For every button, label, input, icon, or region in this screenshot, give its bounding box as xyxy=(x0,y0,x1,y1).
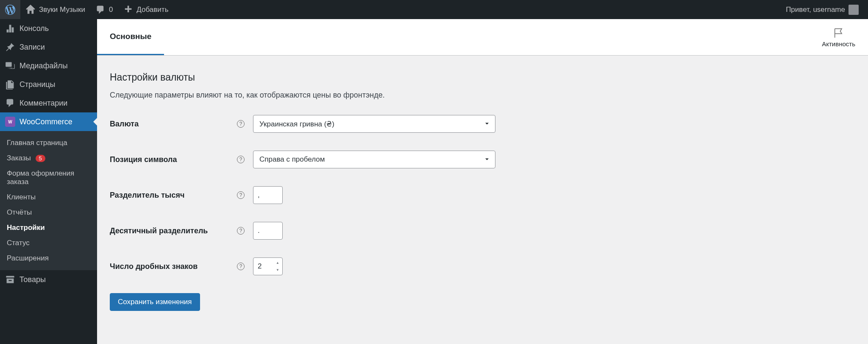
row-currency: Валюта ? xyxy=(110,115,855,133)
submenu-label: Заказы xyxy=(7,154,31,162)
submenu-settings[interactable]: Настройки xyxy=(0,220,97,235)
menu-label: Страницы xyxy=(19,80,56,89)
help-icon: ? xyxy=(237,191,245,199)
help-position[interactable]: ? xyxy=(237,156,253,163)
menu-label: WooCommerce xyxy=(19,117,72,126)
admin-bar: Звуки Музыки 0 Добавить Привет, username xyxy=(0,0,868,19)
thousand-input[interactable] xyxy=(253,186,283,204)
label-thousand: Разделитель тысяч xyxy=(110,191,237,200)
label-numdec: Число дробных знаков xyxy=(110,262,237,271)
admin-bar-right: Привет, username xyxy=(781,0,868,19)
flag-icon xyxy=(833,27,845,39)
row-position: Позиция символа ? xyxy=(110,151,855,168)
activity-label: Активность xyxy=(822,40,855,48)
section-desc: Следующие параметры влияют на то, как от… xyxy=(110,91,855,100)
menu-label: Записи xyxy=(19,43,45,52)
page-icon xyxy=(5,79,15,89)
help-thousand[interactable]: ? xyxy=(237,191,253,199)
plus-icon xyxy=(123,5,133,15)
menu-media[interactable]: Медиафайлы xyxy=(0,56,97,75)
help-icon: ? xyxy=(237,263,245,270)
submenu-status[interactable]: Статус xyxy=(0,235,97,251)
dashboard-icon xyxy=(5,23,15,34)
admin-bar-left: Звуки Музыки 0 Добавить xyxy=(0,0,174,19)
comment-icon xyxy=(95,5,106,15)
spin-down[interactable]: ▼ xyxy=(274,266,281,274)
help-icon: ? xyxy=(237,227,245,235)
howdy-text: Привет, username xyxy=(786,6,845,14)
row-numdec: Число дробных знаков ? ▲ ▼ xyxy=(110,257,855,275)
site-name-label: Звуки Музыки xyxy=(39,6,85,14)
wordpress-icon xyxy=(5,5,15,15)
position-select-wrap xyxy=(253,151,495,168)
activity-button[interactable]: Активность xyxy=(822,27,855,48)
menu-label: Товары xyxy=(19,275,46,284)
help-decimal[interactable]: ? xyxy=(237,227,253,235)
menu-products[interactable]: Товары xyxy=(0,270,97,289)
position-select[interactable] xyxy=(253,151,495,168)
menu-woocommerce[interactable]: W WooCommerce xyxy=(0,112,97,131)
label-decimal: Десятичный разделитель xyxy=(110,227,237,235)
label-position: Позиция символа xyxy=(110,155,237,164)
menu-dashboard[interactable]: Консоль xyxy=(0,19,97,38)
submenu-customers[interactable]: Клиенты xyxy=(0,190,97,205)
admin-menu: Консоль Записи Медиафайлы Страницы Комме… xyxy=(0,19,97,344)
pin-icon xyxy=(5,42,15,52)
submenu-checkout[interactable]: Форма оформления заказа xyxy=(0,166,97,190)
submenu-orders[interactable]: Заказы 5 xyxy=(0,151,97,166)
menu-label: Комментарии xyxy=(19,99,67,108)
numdec-wrap: ▲ ▼ xyxy=(253,257,283,275)
submenu-extensions[interactable]: Расширения xyxy=(0,251,97,266)
spinner: ▲ ▼ xyxy=(274,259,281,274)
comments-count: 0 xyxy=(109,6,113,14)
submenu-home[interactable]: Главная страница xyxy=(0,135,97,151)
row-thousand: Разделитель тысяч ? xyxy=(110,186,855,204)
comment-icon xyxy=(5,98,15,108)
menu-pages[interactable]: Страницы xyxy=(0,75,97,94)
currency-select[interactable] xyxy=(253,115,495,133)
label-currency: Валюта xyxy=(110,120,237,129)
spin-up[interactable]: ▲ xyxy=(274,259,281,266)
row-decimal: Десятичный разделитель ? xyxy=(110,222,855,240)
form-table: Валюта ? Позиция символа ? Разделитель т… xyxy=(110,115,855,275)
menu-label: Консоль xyxy=(19,24,49,33)
tab-general[interactable]: Основные xyxy=(97,19,164,55)
menu-posts[interactable]: Записи xyxy=(0,38,97,56)
media-icon xyxy=(5,61,15,71)
woo-icon: W xyxy=(5,117,15,127)
howdy-link[interactable]: Привет, username xyxy=(781,0,864,19)
help-currency[interactable]: ? xyxy=(237,120,253,128)
orders-badge: 5 xyxy=(36,155,45,162)
site-name-link[interactable]: Звуки Музыки xyxy=(20,0,90,19)
tab-bar: Основные Активность xyxy=(97,19,868,56)
add-new-link[interactable]: Добавить xyxy=(118,0,173,19)
avatar xyxy=(849,5,859,15)
menu-comments[interactable]: Комментарии xyxy=(0,94,97,112)
submenu-reports[interactable]: Отчёты xyxy=(0,205,97,220)
main: Основные Активность Настройки валюты Сле… xyxy=(97,19,868,344)
archive-icon xyxy=(5,274,15,285)
decimal-input[interactable] xyxy=(253,222,283,240)
add-new-label: Добавить xyxy=(136,6,168,14)
menu-label: Медиафайлы xyxy=(19,62,68,70)
submenu: Главная страница Заказы 5 Форма оформлен… xyxy=(0,131,97,270)
home-icon xyxy=(25,5,36,15)
section-title: Настройки валюты xyxy=(110,72,855,83)
help-icon: ? xyxy=(237,120,245,128)
help-icon: ? xyxy=(237,156,245,163)
wp-logo[interactable] xyxy=(0,0,20,19)
currency-select-wrap xyxy=(253,115,495,133)
help-numdec[interactable]: ? xyxy=(237,263,253,270)
save-button[interactable]: Сохранить изменения xyxy=(110,293,200,311)
comments-link[interactable]: 0 xyxy=(90,0,118,19)
content: Настройки валюты Следующие параметры вли… xyxy=(97,56,868,327)
